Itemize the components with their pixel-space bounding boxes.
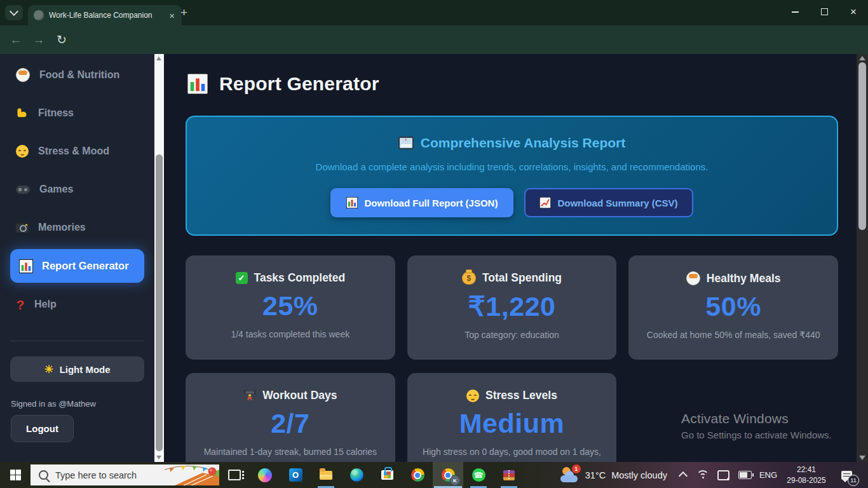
outlook-icon: O — [289, 468, 302, 482]
sidebar-item-label: Report Generator — [42, 260, 129, 272]
language-button[interactable]: ENG — [756, 462, 780, 488]
card-value: Medium — [407, 408, 617, 439]
camera-icon — [16, 222, 29, 233]
sidebar-item-label: Games — [39, 184, 73, 195]
card-stress-levels: Stress Levels Medium High stress on 0 da… — [407, 373, 617, 462]
logout-button[interactable]: Logout — [11, 415, 74, 442]
card-value: 2/7 — [186, 408, 395, 439]
sidebar-item-games[interactable]: Games — [10, 179, 146, 200]
outlook-button[interactable]: O — [280, 462, 311, 488]
chevron-up-icon — [679, 471, 688, 480]
logout-label: Logout — [26, 423, 58, 434]
signed-in-status: Signed in as @Mathew — [11, 399, 96, 409]
task-view-button[interactable] — [219, 462, 250, 488]
card-subtitle: High stress on 0 days, good mood on 1 da… — [407, 447, 617, 457]
card-subtitle: 1/4 tasks completed this week — [186, 329, 395, 339]
weight-lifter-icon — [243, 390, 256, 402]
tab-favicon-icon — [34, 10, 44, 20]
download-json-label: Download Full Report (JSON) — [364, 198, 498, 208]
chrome-profile-badge: K — [450, 475, 460, 485]
weather-widget[interactable]: 1 31°C Mostly cloudy — [560, 467, 667, 483]
copilot-button[interactable] — [250, 462, 280, 488]
browser-tab-strip: Work-Life Balance Companion × + × — [0, 0, 868, 25]
watermark-line2: Go to Settings to activate Windows. — [681, 430, 832, 440]
download-csv-button[interactable]: Download Summary (CSV) — [524, 188, 693, 217]
sidebar-item-memories[interactable]: Memories — [10, 217, 146, 238]
sidebar-item-report-generator[interactable]: Report Generator — [10, 249, 144, 283]
page-title-text: Report Generator — [219, 73, 379, 95]
sidebar-item-label: Stress & Mood — [38, 146, 109, 157]
relieved-face-icon — [466, 390, 479, 402]
light-mode-toggle-button[interactable]: ☀ Light Mode — [10, 356, 144, 382]
new-tab-button[interactable]: + — [180, 6, 187, 20]
clock[interactable]: 22:41 29-08-2025 — [780, 462, 832, 488]
language-label: ENG — [759, 470, 777, 480]
card-subtitle: Cooked at home 50% of meals, saved ₹440 — [628, 330, 838, 340]
bar-chart-icon — [19, 259, 33, 273]
scroll-down-icon[interactable] — [156, 456, 161, 459]
sidebar-item-help[interactable]: ? Help — [10, 294, 146, 315]
winrar-button[interactable] — [494, 462, 524, 488]
card-title: Tasks Completed — [254, 271, 346, 285]
scroll-down-icon[interactable] — [859, 456, 865, 460]
file-explorer-button[interactable] — [311, 462, 341, 488]
browser-tab[interactable]: Work-Life Balance Companion × — [28, 5, 182, 25]
whatsapp-button[interactable]: ☎ — [463, 462, 494, 488]
scrollbar-thumb[interactable] — [156, 154, 163, 451]
tray-overflow-button[interactable] — [674, 462, 693, 488]
taskbar-search[interactable] — [31, 464, 219, 485]
edge-button[interactable] — [341, 462, 372, 488]
report-panel-description: Download a complete analysis including t… — [187, 161, 837, 172]
card-title: Total Spending — [482, 271, 562, 285]
minimize-icon — [792, 11, 799, 13]
scroll-up-icon[interactable] — [859, 56, 865, 60]
notification-center-button[interactable]: 11 — [832, 462, 860, 488]
light-mode-label: Light Mode — [60, 364, 111, 375]
wifi-button[interactable] — [693, 462, 713, 488]
chrome-button[interactable] — [402, 462, 433, 488]
game-controller-icon — [16, 186, 30, 194]
window-minimize-button[interactable] — [780, 0, 810, 24]
scroll-up-icon[interactable] — [156, 57, 161, 60]
system-tray: ENG 22:41 29-08-2025 11 — [674, 462, 868, 488]
battery-button[interactable] — [733, 462, 756, 488]
store-icon — [381, 470, 393, 480]
notification-count-badge: 11 — [848, 475, 859, 486]
search-highlight-graphic — [161, 464, 219, 485]
windows-logo-icon — [10, 470, 21, 480]
window-controls: × — [780, 0, 868, 24]
scrollbar-thumb[interactable] — [858, 62, 866, 230]
cast-button[interactable] — [713, 462, 733, 488]
card-total-spending: $Total Spending ₹1,220 Top category: edu… — [407, 255, 617, 360]
card-workout-days: Workout Days 2/7 Maintained 1-day streak… — [186, 373, 395, 462]
reload-button[interactable]: ↻ — [51, 25, 72, 54]
window-restore-button[interactable] — [810, 0, 839, 24]
tab-close-icon[interactable]: × — [168, 11, 176, 20]
card-tasks-completed: ✓Tasks Completed 25% 1/4 tasks completed… — [186, 255, 395, 360]
check-mark-icon: ✓ — [236, 272, 248, 284]
tab-search-button[interactable] — [5, 5, 23, 20]
start-button[interactable] — [0, 462, 31, 488]
sidebar-item-fitness[interactable]: Fitness — [10, 102, 146, 124]
card-subtitle: Maintained 1-day streak, burned 15 calor… — [186, 447, 395, 457]
report-panel-title: Comprehensive Analysis Report — [187, 135, 837, 151]
window-close-button[interactable]: × — [839, 0, 868, 24]
forward-button[interactable]: → — [28, 25, 50, 54]
sidebar-item-label: Help — [34, 299, 57, 310]
download-json-button[interactable]: Download Full Report (JSON) — [330, 188, 513, 217]
battery-icon — [738, 471, 752, 479]
search-input[interactable] — [54, 470, 152, 481]
card-title: Workout Days — [262, 389, 337, 402]
sidebar-item-stress-mood[interactable]: Stress & Mood — [10, 140, 146, 162]
page-scrollbar[interactable] — [857, 54, 868, 462]
microsoft-store-button[interactable] — [372, 462, 402, 488]
chrome-active-window-button[interactable]: K — [433, 462, 463, 488]
back-button[interactable]: ← — [5, 25, 27, 54]
desktop: Work-Life Balance Companion × + × ← → ↻ … — [0, 0, 868, 488]
sidebar-item-food-nutrition[interactable]: Food & Nutrition — [10, 64, 146, 86]
sidebar-scrollbar[interactable] — [154, 54, 164, 462]
date-label: 29-08-2025 — [787, 475, 825, 485]
watermark-line1: Activate Windows — [681, 411, 832, 426]
sidebar: Food & Nutrition Fitness Stress & Mood G… — [0, 54, 154, 462]
activate-windows-watermark: Activate Windows Go to Settings to activ… — [681, 411, 832, 440]
